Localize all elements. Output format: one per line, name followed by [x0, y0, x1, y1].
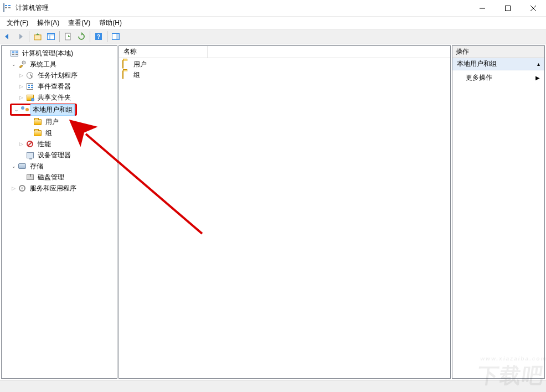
menu-action[interactable]: 操作(A) — [33, 17, 64, 29]
tree-groups[interactable]: ▶ 组 — [2, 127, 116, 138]
users-groups-icon — [20, 105, 29, 114]
svg-rect-1 — [506, 6, 511, 11]
tree-label: 用户 — [44, 117, 60, 127]
tree-label: 计算机管理(本地) — [20, 48, 75, 59]
maximize-icon — [505, 6, 511, 11]
folder-icon — [122, 71, 131, 80]
tree-label: 服务和应用程序 — [28, 183, 78, 194]
app-icon — [3, 4, 12, 13]
back-button[interactable] — [1, 30, 13, 43]
annotation-highlight: ⌄ 本地用户和组 — [10, 104, 77, 116]
toolbar: ? — [0, 29, 546, 44]
toolbar-separator — [59, 31, 60, 42]
expander-icon[interactable]: ▷ — [10, 185, 17, 192]
tree-local-users-groups[interactable]: 本地用户和组 — [31, 105, 74, 115]
refresh-button[interactable] — [75, 30, 87, 43]
list-item[interactable]: 组 — [120, 70, 449, 80]
toolbar-separator — [90, 31, 90, 42]
tree-system-tools[interactable]: ⌄ 系统工具 — [2, 59, 116, 70]
storage-icon — [18, 162, 27, 171]
export-icon — [64, 32, 73, 41]
menubar: 文件(F) 操作(A) 查看(V) 帮助(H) — [0, 17, 546, 29]
action-pane-toggle[interactable] — [110, 30, 122, 43]
expander-icon[interactable]: ▷ — [18, 141, 25, 148]
window-title: 计算机管理 — [16, 3, 470, 13]
close-button[interactable] — [521, 0, 546, 17]
panes-icon — [47, 32, 55, 41]
tree-label: 本地用户和组 — [31, 105, 74, 115]
performance-icon — [25, 140, 34, 148]
actions-more-label: 更多操作 — [466, 73, 492, 82]
tree-label: 任务计划程序 — [36, 70, 79, 81]
expander-icon[interactable]: ▷ — [18, 83, 25, 90]
column-header-name[interactable]: 名称 — [119, 46, 208, 58]
shared-folder-icon — [25, 93, 34, 102]
expander-icon[interactable]: ⌄ — [10, 163, 17, 170]
tree-label: 磁盘管理 — [36, 172, 66, 183]
menu-view[interactable]: 查看(V) — [64, 17, 95, 29]
tree-label: 存储 — [28, 161, 45, 172]
main-area: ▶ 计算机管理(本地) ⌄ 系统工具 ▷ 任务计划程序 ▷ 事件查看器 ▷ 共享… — [0, 44, 546, 380]
expander-icon[interactable]: ⌄ — [13, 106, 20, 114]
tree-root[interactable]: ▶ 计算机管理(本地) — [2, 48, 116, 59]
list-item[interactable]: 用户 — [120, 59, 449, 70]
export-button[interactable] — [62, 30, 74, 43]
tree-event-viewer[interactable]: ▷ 事件查看器 — [2, 81, 116, 92]
toolbar-separator — [29, 31, 29, 42]
tree-task-scheduler[interactable]: ▷ 任务计划程序 — [2, 70, 116, 81]
svg-rect-4 — [34, 35, 41, 40]
device-icon — [25, 151, 34, 159]
up-button[interactable] — [32, 30, 44, 43]
svg-rect-12 — [116, 34, 119, 39]
forward-icon — [16, 32, 25, 41]
event-icon — [25, 82, 34, 91]
show-hide-button[interactable] — [45, 30, 57, 43]
refresh-icon — [77, 32, 86, 41]
tree-label: 设备管理器 — [36, 150, 73, 161]
expander-icon[interactable]: ▷ — [18, 94, 25, 101]
list-pane: 名称 用户 组 — [119, 45, 451, 379]
tree-label: 事件查看器 — [36, 81, 73, 92]
svg-text:?: ? — [97, 34, 100, 40]
tree-label: 性能 — [36, 139, 53, 149]
tree-shared-folders[interactable]: ▷ 共享文件夹 — [2, 92, 116, 103]
titlebar: 计算机管理 — [0, 0, 546, 17]
list-body[interactable]: 用户 组 — [119, 58, 450, 378]
tree-device-manager[interactable]: ▶ 设备管理器 — [2, 149, 116, 161]
folder-icon — [33, 128, 42, 137]
list-item-label: 组 — [133, 70, 140, 80]
svg-rect-7 — [48, 34, 54, 35]
actions-more[interactable]: 更多操作 ▶ — [452, 70, 544, 85]
actions-section-header[interactable]: 本地用户和组 ▴ — [452, 58, 544, 70]
expander-icon[interactable]: ▷ — [18, 72, 25, 79]
up-icon — [33, 32, 42, 41]
tree-label: 共享文件夹 — [36, 92, 73, 103]
help-button[interactable]: ? — [92, 30, 105, 43]
disk-icon — [25, 173, 34, 182]
tree-services-apps[interactable]: ▷ 服务和应用程序 — [2, 183, 116, 194]
tree-performance[interactable]: ▷ 性能 — [2, 138, 116, 149]
tree-disk-management[interactable]: ▶ 磁盘管理 — [2, 172, 116, 183]
tree-users[interactable]: ▶ 用户 — [2, 116, 116, 127]
minimize-icon — [480, 6, 485, 11]
tree-pane[interactable]: ▶ 计算机管理(本地) ⌄ 系统工具 ▷ 任务计划程序 ▷ 事件查看器 ▷ 共享… — [1, 45, 117, 379]
menu-help[interactable]: 帮助(H) — [95, 17, 126, 29]
toolbar-separator — [107, 31, 107, 42]
expander-icon[interactable]: ⌄ — [10, 61, 17, 68]
forward-button[interactable] — [14, 30, 27, 43]
tree-storage[interactable]: ⌄ 存储 — [2, 161, 116, 172]
statusbar — [0, 380, 546, 392]
maximize-button[interactable] — [495, 0, 521, 17]
actions-section-label: 本地用户和组 — [457, 59, 497, 69]
list-item-label: 用户 — [133, 60, 147, 69]
submenu-icon: ▶ — [535, 75, 540, 81]
tree-label: 系统工具 — [28, 59, 58, 70]
actions-pane: 操作 本地用户和组 ▴ 更多操作 ▶ — [452, 45, 545, 379]
menu-file[interactable]: 文件(F) — [2, 17, 33, 29]
help-icon: ? — [94, 32, 103, 41]
minimize-button[interactable] — [470, 0, 495, 17]
back-icon — [3, 32, 12, 41]
actions-header: 操作 — [452, 46, 544, 58]
gear-icon — [18, 184, 27, 193]
clock-icon — [25, 71, 34, 80]
